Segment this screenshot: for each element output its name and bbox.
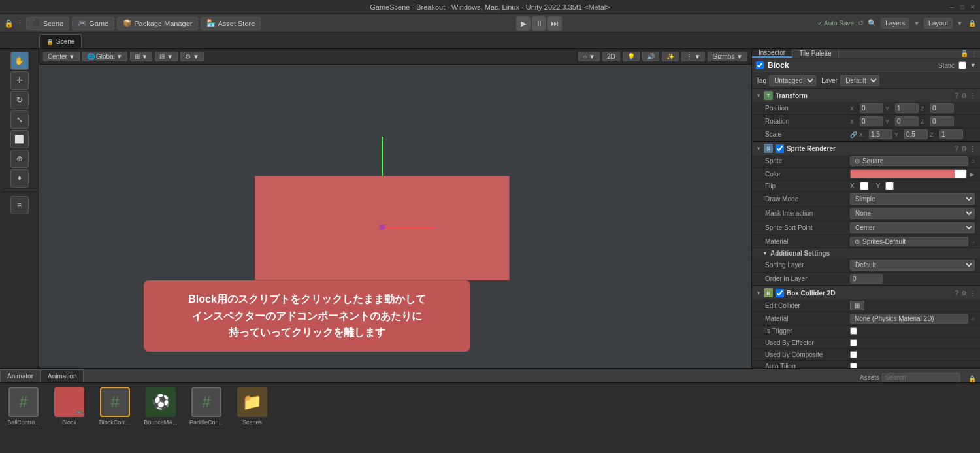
box-collider-active[interactable]: [776, 289, 784, 297]
used-effector-checkbox[interactable]: [850, 339, 857, 346]
auto-tiling-checkbox[interactable]: [850, 363, 857, 368]
custom-tool[interactable]: ✦: [10, 169, 29, 188]
collider-question-icon[interactable]: ?: [955, 290, 958, 297]
list-item[interactable]: # BallContro...: [4, 387, 43, 426]
object-active-checkbox[interactable]: [756, 61, 764, 69]
collider-material-link-icon[interactable]: ○: [971, 315, 975, 322]
layout-button[interactable]: Layout: [924, 18, 953, 29]
sprite-link-icon[interactable]: ○: [971, 158, 975, 165]
scene-view-tab[interactable]: 🔒 Scene: [39, 34, 82, 48]
package-tab[interactable]: 📦 Package Manager: [117, 17, 198, 30]
edit-collider-button[interactable]: ⊞: [850, 301, 864, 310]
position-x-input[interactable]: [860, 103, 883, 113]
center-handle[interactable]: [380, 224, 385, 229]
transform-settings-icon[interactable]: ⚙: [961, 92, 967, 99]
audio-btn[interactable]: 🔊: [642, 52, 659, 61]
mask-interaction-select[interactable]: None: [850, 208, 975, 219]
transform-tool[interactable]: ⊕: [10, 150, 29, 168]
list-item[interactable]: ⚽ BounceMA...: [141, 387, 180, 426]
play-button[interactable]: ▶: [516, 16, 531, 31]
lock-icon[interactable]: 🔒: [4, 19, 14, 28]
rotate-tool[interactable]: ↻: [10, 91, 29, 109]
global-dropdown[interactable]: 🌐 Global ▼: [82, 52, 127, 61]
search-icon[interactable]: 🔍: [868, 19, 877, 27]
grid-toggle[interactable]: ⊞ ▼: [130, 52, 153, 61]
scale-z-input[interactable]: [939, 129, 963, 139]
sprite-settings-icon[interactable]: ⚙: [961, 145, 967, 152]
flip-x-checkbox[interactable]: [860, 182, 868, 190]
inspector-menu-icon[interactable]: ⋮: [971, 50, 977, 57]
material-link-icon[interactable]: ○: [971, 238, 975, 245]
rotation-y-input[interactable]: [895, 116, 919, 126]
is-trigger-checkbox[interactable]: [850, 327, 857, 335]
asset-search-input[interactable]: [882, 373, 960, 382]
game-tab[interactable]: 🎮 Game: [72, 17, 114, 30]
tile-palette-tab[interactable]: Tile Palette: [792, 49, 839, 58]
center-dropdown[interactable]: Center ▼: [43, 52, 80, 61]
minimize-icon[interactable]: ─: [947, 3, 956, 12]
x-axis-handle[interactable]: [382, 227, 434, 228]
used-composite-checkbox[interactable]: [850, 351, 857, 358]
asset-tab[interactable]: 🏪 Asset Store: [201, 17, 261, 30]
animation-tab[interactable]: Animation: [41, 369, 84, 382]
transform-header[interactable]: ▼ T Transform ? ⚙ ⋮: [752, 89, 980, 102]
sprite-question-icon[interactable]: ?: [955, 145, 958, 152]
bottom-lock-icon[interactable]: 🔒: [964, 375, 980, 382]
layers-button[interactable]: Layers: [881, 18, 909, 29]
scene-canvas[interactable]: Block用のスクリプトをクリックしたまま動かして インスペクターのアドコンポー…: [39, 65, 751, 368]
list-item[interactable]: # PaddleCon...: [187, 387, 226, 426]
box-collider-header[interactable]: ▼ B Box Collider 2D ? ⚙ ⋮: [752, 286, 980, 299]
list-item[interactable]: 📁 Scenes: [233, 387, 272, 426]
color-expand-icon[interactable]: ▶: [970, 171, 975, 178]
gizmos-toggle[interactable]: Gizmos ▼: [708, 52, 747, 61]
rotation-z-input[interactable]: [930, 116, 954, 126]
layer-select[interactable]: Default: [840, 75, 879, 86]
step-button[interactable]: ⏭: [547, 16, 562, 31]
flip-y-checkbox[interactable]: [885, 182, 894, 190]
scene-view[interactable]: Center ▼ 🌐 Global ▼ ⊞ ▼ ⊟ ▼ ⚙ ▼ ○ ▼ 2D 💡…: [39, 49, 751, 368]
scale-x-input[interactable]: [869, 129, 892, 139]
draw-mode-select[interactable]: Simple: [850, 193, 975, 205]
scene-more[interactable]: ⋮ ▼: [681, 52, 706, 61]
lighting-btn[interactable]: 💡: [623, 52, 640, 61]
refresh-icon[interactable]: ↺: [858, 19, 864, 27]
animator-tab[interactable]: Animator: [0, 369, 41, 382]
hand-tool[interactable]: ✋: [10, 52, 29, 70]
tag-select[interactable]: Untagged: [769, 75, 816, 86]
sorting-layer-select[interactable]: Default: [850, 260, 975, 271]
static-dropdown-icon[interactable]: ▼: [970, 62, 976, 69]
view-options[interactable]: ⚙ ▼: [180, 52, 204, 61]
lock-right-icon[interactable]: 🔒: [968, 20, 976, 27]
sort-point-select[interactable]: Center: [850, 222, 975, 233]
pause-button[interactable]: ⏸: [532, 16, 546, 31]
collider-more-icon[interactable]: ⋮: [970, 290, 976, 297]
fx-btn[interactable]: ✨: [662, 52, 679, 61]
material-field[interactable]: ⊙ Sprites-Default: [850, 237, 968, 246]
extra-tool[interactable]: ≡: [10, 196, 29, 214]
collider-material-field[interactable]: None (Physics Material 2D): [850, 314, 968, 324]
color-picker[interactable]: [850, 169, 967, 178]
static-checkbox[interactable]: [958, 61, 966, 69]
inspector-tab[interactable]: Inspector: [752, 49, 792, 58]
scale-tool[interactable]: ⤡: [10, 110, 29, 129]
transform-more-icon[interactable]: ⋮: [970, 92, 976, 99]
position-y-input[interactable]: [895, 103, 919, 113]
move-tool[interactable]: ✛: [10, 71, 29, 90]
window-controls[interactable]: ─ □ ✕: [947, 3, 980, 12]
sprite-field[interactable]: ⊙ Square: [850, 156, 968, 166]
maximize-icon[interactable]: □: [958, 3, 967, 12]
list-item[interactable]: # BlockCont...: [95, 387, 135, 426]
gizmos-btn[interactable]: ○ ▼: [578, 52, 600, 61]
rect-tool[interactable]: ⬜: [10, 130, 29, 148]
lock-inspector-icon[interactable]: 🔒: [960, 50, 968, 57]
sprite-renderer-header[interactable]: ▼ S Sprite Renderer ? ⚙ ⋮: [752, 142, 980, 155]
additional-settings-header[interactable]: ▼ Additional Settings: [752, 248, 980, 258]
rotation-x-input[interactable]: [860, 116, 883, 126]
order-in-layer-input[interactable]: [850, 274, 883, 284]
position-z-input[interactable]: [930, 103, 954, 113]
menu-icon[interactable]: ⋮: [16, 19, 24, 27]
sprite-more-icon[interactable]: ⋮: [970, 145, 976, 152]
grid-snap[interactable]: ⊟ ▼: [155, 52, 178, 61]
list-item[interactable]: 🎮 Block: [50, 387, 89, 426]
scale-y-input[interactable]: [904, 129, 928, 139]
